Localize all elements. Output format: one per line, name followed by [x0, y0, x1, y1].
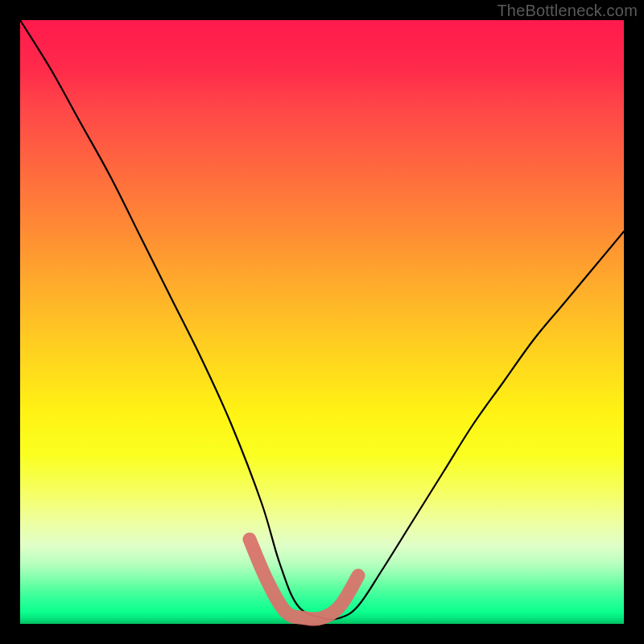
bottleneck-curve [20, 20, 624, 620]
plot-area [20, 20, 624, 624]
watermark-text: TheBottleneck.com [497, 2, 638, 20]
chart-frame: TheBottleneck.com [0, 0, 644, 644]
highlight-segment [250, 539, 358, 619]
curve-layer [20, 20, 624, 624]
